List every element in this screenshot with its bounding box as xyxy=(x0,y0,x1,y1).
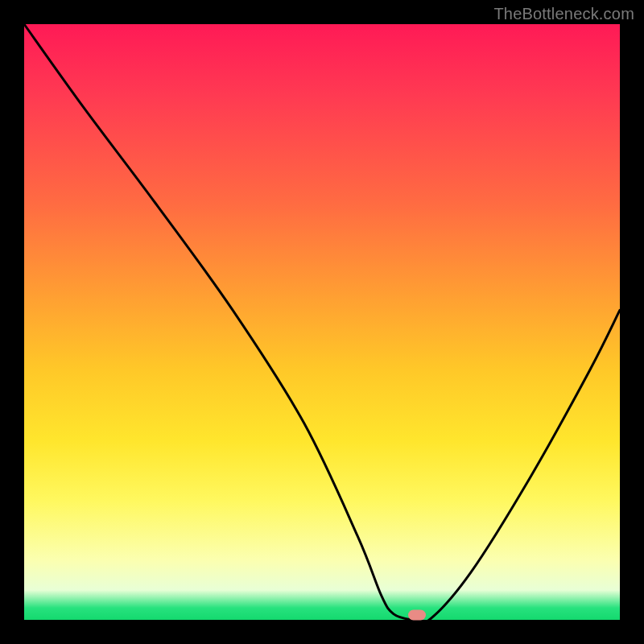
chart-frame: TheBottleneck.com xyxy=(0,0,644,644)
optimal-marker xyxy=(408,610,426,621)
bottleneck-curve xyxy=(24,24,620,620)
plot-area xyxy=(24,24,620,620)
curve-path xyxy=(24,24,620,624)
watermark-text: TheBottleneck.com xyxy=(493,5,634,23)
